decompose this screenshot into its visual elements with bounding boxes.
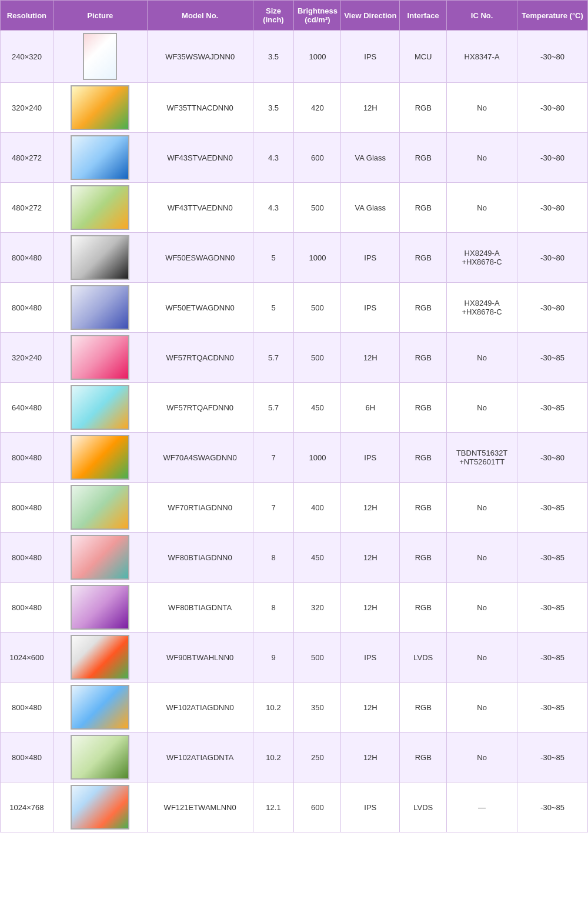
- cell-temperature: -30~85: [517, 383, 588, 433]
- cell-ic-no: No: [447, 183, 517, 233]
- cell-ic-no: No: [447, 683, 517, 733]
- table-row: 800×480WF70A4SWAGDNN071000IPSRGBTBDNT516…: [1, 433, 588, 483]
- cell-resolution: 800×480: [1, 733, 54, 782]
- cell-interface: RGB: [400, 383, 447, 433]
- cell-size: 9: [253, 633, 294, 683]
- cell-interface: MCU: [400, 31, 447, 83]
- cell-model: WF43TTVAEDNN0: [147, 183, 253, 233]
- cell-size: 5: [253, 283, 294, 333]
- cell-brightness: 1000: [294, 31, 341, 83]
- cell-ic-no: —: [447, 782, 517, 832]
- cell-picture: [53, 583, 147, 633]
- cell-picture: [53, 533, 147, 583]
- cell-resolution: 320×240: [1, 333, 54, 383]
- cell-view-direction: 6H: [341, 383, 400, 433]
- cell-size: 8: [253, 583, 294, 633]
- cell-interface: RGB: [400, 433, 447, 483]
- cell-resolution: 1024×600: [1, 633, 54, 683]
- cell-size: 8: [253, 533, 294, 583]
- cell-resolution: 240×320: [1, 31, 54, 83]
- cell-picture: [53, 683, 147, 733]
- cell-ic-no: No: [447, 133, 517, 183]
- cell-picture: [53, 333, 147, 383]
- cell-temperature: -30~80: [517, 31, 588, 83]
- cell-view-direction: 12H: [341, 483, 400, 533]
- cell-interface: RGB: [400, 683, 447, 733]
- cell-brightness: 350: [294, 683, 341, 733]
- cell-ic-no: TBDNT51632T +NT52601TT: [447, 433, 517, 483]
- cell-view-direction: VA Glass: [341, 183, 400, 233]
- cell-size: 5.7: [253, 333, 294, 383]
- cell-view-direction: VA Glass: [341, 133, 400, 183]
- table-row: 800×480WF80BTIAGDNN0845012HRGBNo-30~85: [1, 533, 588, 583]
- cell-interface: RGB: [400, 83, 447, 133]
- table-row: 800×480WF50ETWAGDNN05500IPSRGBHX8249-A +…: [1, 283, 588, 333]
- cell-brightness: 400: [294, 483, 341, 533]
- cell-brightness: 500: [294, 283, 341, 333]
- header-temperature: Temperature (°C): [517, 1, 588, 31]
- header-model: Model No.: [147, 1, 253, 31]
- cell-model: WF80BTIAGDNN0: [147, 533, 253, 583]
- cell-resolution: 800×480: [1, 483, 54, 533]
- cell-size: 4.3: [253, 133, 294, 183]
- cell-brightness: 500: [294, 633, 341, 683]
- cell-model: WF35WSWAJDNN0: [147, 31, 253, 83]
- cell-size: 7: [253, 483, 294, 533]
- cell-brightness: 250: [294, 733, 341, 782]
- cell-brightness: 450: [294, 533, 341, 583]
- cell-size: 3.5: [253, 31, 294, 83]
- cell-interface: LVDS: [400, 633, 447, 683]
- header-resolution: Resolution: [1, 1, 54, 31]
- table-row: 480×272WF43STVAEDNN04.3600VA GlassRGBNo-…: [1, 133, 588, 183]
- table-row: 1024×600WF90BTWAHLNN09500IPSLVDSNo-30~85: [1, 633, 588, 683]
- cell-picture: [53, 782, 147, 832]
- cell-temperature: -30~85: [517, 782, 588, 832]
- cell-view-direction: IPS: [341, 782, 400, 832]
- cell-ic-no: No: [447, 383, 517, 433]
- cell-resolution: 480×272: [1, 133, 54, 183]
- cell-resolution: 800×480: [1, 233, 54, 283]
- cell-resolution: 800×480: [1, 533, 54, 583]
- cell-interface: RGB: [400, 283, 447, 333]
- cell-interface: RGB: [400, 533, 447, 583]
- header-picture: Picture: [53, 1, 147, 31]
- cell-interface: RGB: [400, 333, 447, 383]
- cell-view-direction: IPS: [341, 283, 400, 333]
- cell-size: 10.2: [253, 733, 294, 782]
- cell-model: WF80BTIAGDNTA: [147, 583, 253, 633]
- cell-model: WF70RTIAGDNN0: [147, 483, 253, 533]
- cell-size: 10.2: [253, 683, 294, 733]
- cell-view-direction: IPS: [341, 233, 400, 283]
- cell-view-direction: 12H: [341, 333, 400, 383]
- cell-temperature: -30~85: [517, 633, 588, 683]
- cell-view-direction: 12H: [341, 583, 400, 633]
- cell-temperature: -30~80: [517, 183, 588, 233]
- cell-model: WF102ATIAGDNTA: [147, 733, 253, 782]
- cell-ic-no: No: [447, 533, 517, 583]
- cell-model: WF102ATIAGDNN0: [147, 683, 253, 733]
- cell-temperature: -30~80: [517, 433, 588, 483]
- cell-resolution: 640×480: [1, 383, 54, 433]
- cell-model: WF57RTQACDNN0: [147, 333, 253, 383]
- cell-temperature: -30~80: [517, 233, 588, 283]
- cell-view-direction: IPS: [341, 433, 400, 483]
- cell-brightness: 500: [294, 333, 341, 383]
- header-brightness: Brightness (cd/m²): [294, 1, 341, 31]
- cell-temperature: -30~80: [517, 83, 588, 133]
- cell-temperature: -30~85: [517, 483, 588, 533]
- table-row: 640×480WF57RTQAFDNN05.74506HRGBNo-30~85: [1, 383, 588, 433]
- cell-model: WF121ETWAMLNN0: [147, 782, 253, 832]
- cell-ic-no: HX8249-A +HX8678-C: [447, 233, 517, 283]
- cell-interface: RGB: [400, 233, 447, 283]
- cell-model: WF90BTWAHLNN0: [147, 633, 253, 683]
- cell-temperature: -30~80: [517, 133, 588, 183]
- cell-resolution: 800×480: [1, 433, 54, 483]
- cell-picture: [53, 133, 147, 183]
- cell-size: 5.7: [253, 383, 294, 433]
- cell-interface: RGB: [400, 133, 447, 183]
- cell-temperature: -30~85: [517, 683, 588, 733]
- table-row: 800×480WF102ATIAGDNN010.235012HRGBNo-30~…: [1, 683, 588, 733]
- cell-brightness: 1000: [294, 433, 341, 483]
- cell-model: WF50ETWAGDNN0: [147, 283, 253, 333]
- cell-picture: [53, 733, 147, 782]
